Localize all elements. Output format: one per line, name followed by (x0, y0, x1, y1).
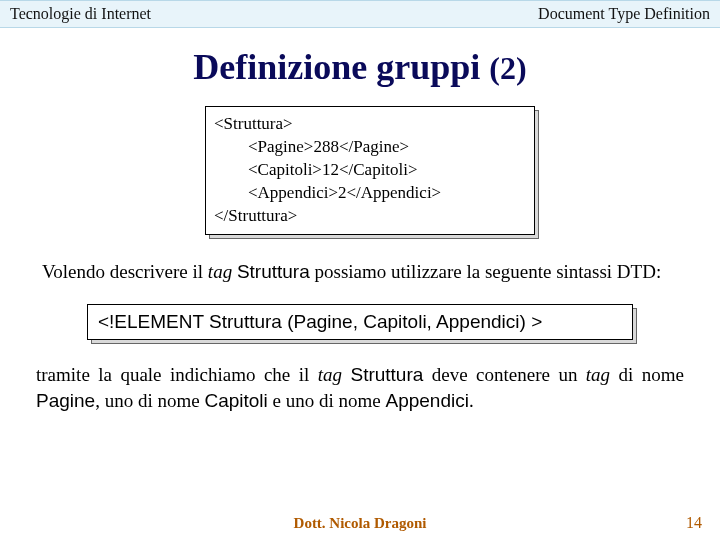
p2-t7: di nome (610, 364, 684, 385)
dtd-line: <!ELEMENT Struttura (Pagine, Capitoli, A… (87, 304, 633, 340)
p2-t1: tramite la quale indichiamo che il (36, 364, 318, 385)
header-left: Tecnologie di Internet (10, 5, 151, 23)
p2-tag-word-2: tag (586, 364, 610, 385)
p2-t9: , uno di nome (95, 390, 204, 411)
slide-footer: Dott. Nicola Dragoni 14 (0, 515, 720, 532)
p2-struttura: Struttura (350, 364, 423, 385)
title-suffix: (2) (489, 50, 526, 86)
p2-appendici: Appendici (385, 390, 468, 411)
p2-tag-word-1: tag (318, 364, 342, 385)
dtd-box: <!ELEMENT Struttura (Pagine, Capitoli, A… (87, 304, 633, 340)
xml-line-1: <Struttura> (214, 114, 293, 133)
footer-page-number: 14 (686, 514, 702, 532)
p2-capitoli: Capitoli (204, 390, 267, 411)
xml-line-3: <Capitoli>12</Capitoli> (214, 160, 418, 179)
p2-t11: e uno di nome (268, 390, 386, 411)
p2-t13: . (469, 390, 474, 411)
paragraph-1: Volendo descrivere il tag Struttura poss… (42, 259, 678, 285)
xml-line-4: <Appendici>2</Appendici> (214, 183, 441, 202)
p2-pagine: Pagine (36, 390, 95, 411)
footer-author: Dott. Nicola Dragoni (16, 515, 704, 532)
p1-tag-word: tag (208, 261, 232, 282)
slide-header: Tecnologie di Internet Document Type Def… (0, 0, 720, 28)
xml-example: <Struttura> <Pagine>288</Pagine> <Capito… (205, 106, 535, 235)
p1-t1: Volendo descrivere il (42, 261, 208, 282)
p2-t5: deve contenere un (423, 364, 585, 385)
title-main: Definizione gruppi (193, 47, 489, 87)
xml-line-5: </Struttura> (214, 206, 297, 225)
paragraph-2: tramite la quale indichiamo che il tag S… (36, 362, 684, 413)
p1-struttura: Struttura (237, 261, 310, 282)
xml-example-box: <Struttura> <Pagine>288</Pagine> <Capito… (205, 106, 535, 235)
slide-title: Definizione gruppi (2) (0, 46, 720, 88)
xml-line-2: <Pagine>288</Pagine> (214, 137, 409, 156)
header-right: Document Type Definition (538, 5, 710, 23)
p1-t5: possiamo utilizzare la seguente sintassi… (310, 261, 661, 282)
